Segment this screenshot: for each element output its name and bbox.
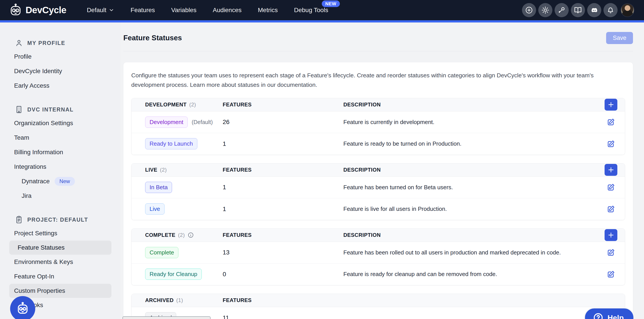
- sidebar-item-billing-information[interactable]: Billing Information: [0, 145, 121, 160]
- status-badge: In Beta: [145, 182, 172, 193]
- sidebar-header-dvc-internal: DVC INTERNAL: [0, 103, 121, 116]
- api-keys-button[interactable]: [554, 3, 569, 17]
- sidebar-section-dvc-internal: DVC INTERNAL Organization Settings Team …: [0, 103, 121, 203]
- status-table-archived: ARCHIVED (1) FEATURES Archived 11: [131, 294, 625, 319]
- edit-status-button[interactable]: [606, 270, 616, 279]
- save-button[interactable]: Save: [606, 32, 633, 44]
- status-row: Live 1 Feature is live for all users in …: [132, 198, 625, 220]
- nav-org-switcher[interactable]: Default: [79, 0, 122, 20]
- edit-pencil-icon: [606, 270, 616, 279]
- sidebar-item-feature-statuses[interactable]: Feature Statuses: [9, 240, 112, 255]
- status-badge: Live: [145, 203, 164, 214]
- category-count: (2): [178, 232, 185, 238]
- status-row: Ready for Cleanup 0 Feature is ready for…: [132, 264, 625, 285]
- edit-pencil-icon: [606, 117, 616, 127]
- status-row: Complete 13 Feature has been rolled out …: [132, 242, 625, 264]
- robot-logo-icon: [9, 3, 22, 17]
- sidebar-item-feature-opt-in[interactable]: Feature Opt-In: [0, 269, 121, 284]
- feature-count: 1: [223, 184, 343, 191]
- bell-icon: [606, 6, 615, 14]
- dynatrace-new-badge: New: [54, 177, 75, 186]
- brand-name: DevCycle: [26, 5, 66, 16]
- sidebar-item-dynatrace[interactable]: Dynatrace New: [0, 174, 121, 188]
- table-header: COMPLETE (2) FEATURES DESCRIPTION: [132, 229, 625, 242]
- add-status-button[interactable]: [604, 99, 617, 110]
- features-column-header: FEATURES: [223, 102, 343, 108]
- table-header: ARCHIVED (1) FEATURES: [132, 294, 625, 307]
- header-divider: [123, 51, 633, 51]
- sidebar-item-organization-settings[interactable]: Organization Settings: [0, 116, 121, 130]
- page-title: Feature Statuses: [123, 34, 182, 42]
- status-row: Development (Default) 26 Feature is curr…: [132, 112, 625, 133]
- edit-pencil-icon: [606, 204, 616, 214]
- chat-widget-button[interactable]: [10, 296, 35, 319]
- person-icon: [14, 38, 23, 47]
- sidebar-item-integrations[interactable]: Integrations: [0, 160, 121, 174]
- features-column-header: FEATURES: [223, 297, 343, 303]
- edit-status-button[interactable]: [606, 117, 616, 127]
- sidebar-item-team[interactable]: Team: [0, 130, 121, 145]
- status-badge: Complete: [145, 247, 178, 258]
- plus-icon: [607, 231, 615, 239]
- plus-circle-icon: [525, 6, 533, 14]
- status-row: Ready to Launch 1 Feature is ready to be…: [132, 133, 625, 155]
- robot-chat-icon: [16, 302, 30, 316]
- category-count: (2): [160, 167, 167, 173]
- nav-variables[interactable]: Variables: [163, 0, 204, 20]
- sidebar-header-project-default: PROJECT: DEFAULT: [0, 213, 121, 226]
- sidebar-item-early-access[interactable]: Early Access: [0, 78, 121, 93]
- sidebar-item-custom-properties[interactable]: Custom Properties: [9, 284, 112, 298]
- edit-status-button[interactable]: [606, 248, 616, 257]
- notifications-button[interactable]: [604, 3, 618, 17]
- new-badge: NEW: [322, 0, 340, 7]
- sidebar-item-profile[interactable]: Profile: [0, 49, 121, 64]
- key-icon: [558, 6, 566, 14]
- edit-status-button[interactable]: [606, 139, 616, 149]
- create-button[interactable]: [522, 3, 536, 17]
- main-content: Feature Statuses Save Configure the stat…: [121, 22, 644, 319]
- help-button[interactable]: Help: [584, 308, 634, 319]
- status-description: Feature is live for all users in Product…: [343, 206, 597, 212]
- status-badge: Development: [145, 116, 188, 128]
- status-badge: Ready to Launch: [145, 138, 197, 149]
- discord-icon: [590, 6, 598, 14]
- intro-text: Configure the statuses your team uses to…: [131, 71, 625, 90]
- sidebar-item-project-settings[interactable]: Project Settings: [0, 226, 121, 240]
- sidebar-item-devcycle-identity[interactable]: DevCycle Identity: [0, 64, 121, 78]
- description-column-header: DESCRIPTION: [343, 232, 597, 238]
- plus-icon: [607, 166, 615, 174]
- devcycle-logo[interactable]: DevCycle: [9, 3, 66, 17]
- edit-status-button[interactable]: [606, 204, 616, 214]
- discord-button[interactable]: [587, 3, 601, 17]
- add-status-button[interactable]: [604, 229, 617, 241]
- table-header: LIVE (2) FEATURES DESCRIPTION: [132, 164, 625, 177]
- category-label: DEVELOPMENT: [145, 102, 186, 108]
- sidebar-item-jira[interactable]: Jira: [0, 188, 121, 203]
- nav-features[interactable]: Features: [122, 0, 163, 20]
- status-table-development: DEVELOPMENT (2) FEATURES DESCRIPTION Dev…: [131, 98, 625, 155]
- feature-count: 13: [223, 249, 343, 256]
- settings-button[interactable]: [538, 3, 552, 17]
- add-status-button[interactable]: [604, 164, 617, 176]
- edit-status-button[interactable]: [606, 182, 616, 192]
- status-description: Feature has been rolled out to all users…: [343, 249, 597, 256]
- nav-metrics[interactable]: Metrics: [250, 0, 286, 20]
- feature-count: 26: [223, 118, 343, 126]
- nav-audiences[interactable]: Audiences: [204, 0, 250, 20]
- sidebar-section-my-profile: MY PROFILE Profile DevCycle Identity Ear…: [0, 36, 121, 93]
- clipboard-icon: [14, 215, 23, 224]
- nav-debug-tools[interactable]: Debug Tools NEW: [286, 0, 336, 20]
- features-column-header: FEATURES: [223, 167, 343, 173]
- info-icon[interactable]: [188, 232, 194, 238]
- category-label: COMPLETE: [145, 232, 175, 238]
- default-suffix: (Default): [192, 119, 213, 125]
- sidebar-header-my-profile: MY PROFILE: [0, 36, 121, 49]
- status-description: Feature is ready to be turned on in Prod…: [343, 140, 597, 147]
- settings-sidebar: MY PROFILE Profile DevCycle Identity Ear…: [0, 22, 121, 319]
- documentation-button[interactable]: [571, 3, 585, 17]
- sidebar-item-environments-keys[interactable]: Environments & Keys: [0, 255, 121, 269]
- plus-icon: [607, 101, 615, 108]
- edit-pencil-icon: [606, 182, 616, 192]
- main-nav: Default Features Variables Audiences Met…: [79, 0, 336, 20]
- user-avatar[interactable]: [621, 3, 634, 17]
